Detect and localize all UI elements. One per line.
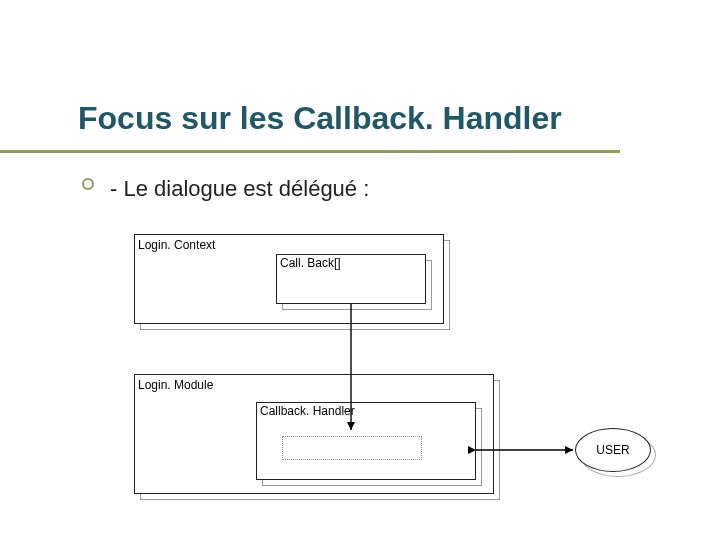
callback-array-label: Call. Back[] (280, 256, 341, 270)
slide-subtitle: - Le dialogue est délégué : (110, 176, 369, 202)
title-underline (0, 150, 620, 153)
login-context-label: Login. Context (138, 238, 215, 252)
user-label: USER (596, 443, 629, 457)
login-module-label: Login. Module (138, 378, 213, 392)
user-oval: USER (575, 428, 651, 472)
callback-handler-label: Callback. Handler (260, 404, 355, 418)
diagram-container: Login. Context Call. Back[] Login. Modul… (130, 230, 680, 520)
callback-handler-inner-dotted (282, 436, 422, 460)
bullet-icon (82, 178, 94, 190)
slide-title: Focus sur les Callback. Handler (78, 100, 562, 137)
